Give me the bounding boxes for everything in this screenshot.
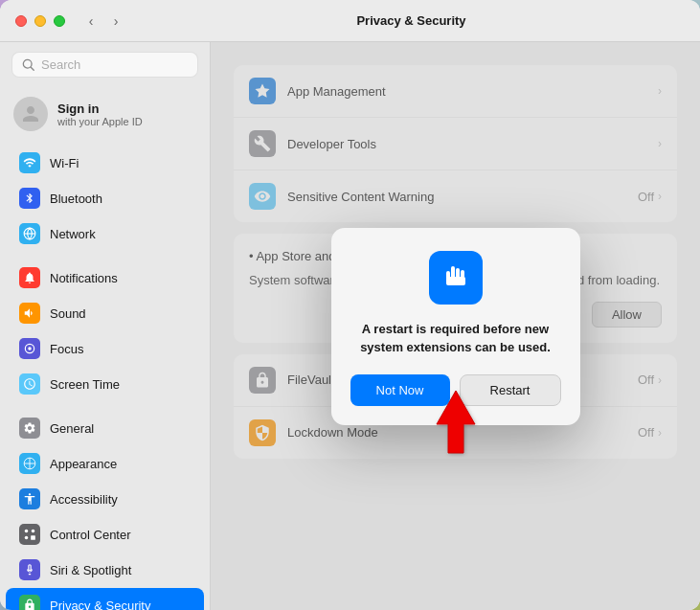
focus-icon [19,338,40,359]
svg-rect-9 [31,535,35,540]
notifications-icon [19,267,40,288]
svg-point-6 [25,530,29,533]
notifications-label: Notifications [50,271,118,285]
general-icon [19,418,40,439]
svg-point-8 [25,536,29,540]
detail-pane: App Management › Developer Tools › Sensi… [211,42,700,610]
close-button[interactable] [15,15,27,27]
network-icon [19,223,40,244]
bluetooth-label: Bluetooth [50,192,102,206]
search-icon [22,58,35,72]
window-title: Privacy & Security [138,13,685,28]
sound-label: Sound [50,306,86,321]
sidebar-item-wifi[interactable]: Wi-Fi [6,146,204,180]
siri-label: Siri & Spotlight [50,563,131,577]
sidebar-item-siri[interactable]: Siri & Spotlight [6,553,204,587]
forward-button[interactable]: › [105,11,126,32]
general-label: General [50,421,94,436]
sidebar-item-focus[interactable]: Focus [6,331,204,366]
red-arrow [427,381,485,462]
sidebar-item-notifications[interactable]: Notifications [6,260,204,295]
screentime-icon [19,373,40,395]
search-container [0,42,210,87]
svg-marker-13 [437,391,475,453]
screentime-label: Screen Time [50,377,120,392]
sign-in-title: Sign in [57,102,143,116]
sidebar-item-screentime[interactable]: Screen Time [6,367,204,401]
sign-in-item[interactable]: Sign in with your Apple ID [0,87,210,141]
main-content: Sign in with your Apple ID Wi-Fi Bluetoo… [0,42,700,610]
svg-rect-19 [446,277,465,285]
privacy-icon [19,595,40,610]
settings-window: ‹ › Privacy & Security [0,0,700,610]
svg-line-1 [31,67,34,70]
title-bar: ‹ › Privacy & Security [0,0,700,42]
search-wrapper[interactable] [11,52,198,78]
sidebar-item-accessibility[interactable]: Accessibility [6,482,204,516]
fullscreen-button[interactable] [54,15,65,27]
sidebar-item-appearance[interactable]: Appearance [6,446,204,481]
bluetooth-icon [19,188,40,209]
avatar [13,97,48,131]
sign-in-text: Sign in with your Apple ID [57,102,143,127]
sidebar-section-general: General Appearance Accessibility [0,406,210,610]
sidebar-section-sound: Notifications Sound Focus [0,256,210,406]
controlcenter-label: Control Center [50,528,131,542]
sidebar-item-bluetooth[interactable]: Bluetooth [6,181,204,215]
network-label: Network [50,227,96,241]
sound-icon [19,303,40,324]
back-button[interactable]: ‹ [80,11,102,32]
sidebar-section-network: Wi-Fi Bluetooth Network [0,141,210,256]
accessibility-label: Accessibility [50,492,118,507]
dialog-overlay: A restart is required before new system … [211,42,700,610]
sidebar-item-controlcenter[interactable]: Control Center [6,517,204,552]
sidebar-item-sound[interactable]: Sound [6,296,204,330]
siri-icon [19,559,40,580]
sidebar-item-privacy[interactable]: Privacy & Security [6,588,204,610]
svg-point-4 [28,347,32,350]
traffic-lights [15,15,65,27]
wifi-icon [19,152,40,173]
sign-in-subtitle: with your Apple ID [57,116,143,127]
sidebar: Sign in with your Apple ID Wi-Fi Bluetoo… [0,42,211,610]
privacy-label: Privacy & Security [50,599,150,611]
appearance-icon [19,453,40,474]
appearance-label: Appearance [50,457,117,471]
minimize-button[interactable] [34,15,46,27]
sidebar-item-general[interactable]: General [6,411,204,445]
focus-label: Focus [50,342,83,356]
wifi-label: Wi-Fi [50,156,79,170]
accessibility-icon [19,488,40,509]
nav-buttons: ‹ › [80,11,126,32]
svg-point-7 [32,530,35,533]
controlcenter-icon [19,524,40,545]
dialog-message: A restart is required before new system … [350,320,561,357]
sidebar-item-network[interactable]: Network [6,216,204,251]
search-input[interactable] [41,57,188,72]
dialog-icon [429,251,483,305]
